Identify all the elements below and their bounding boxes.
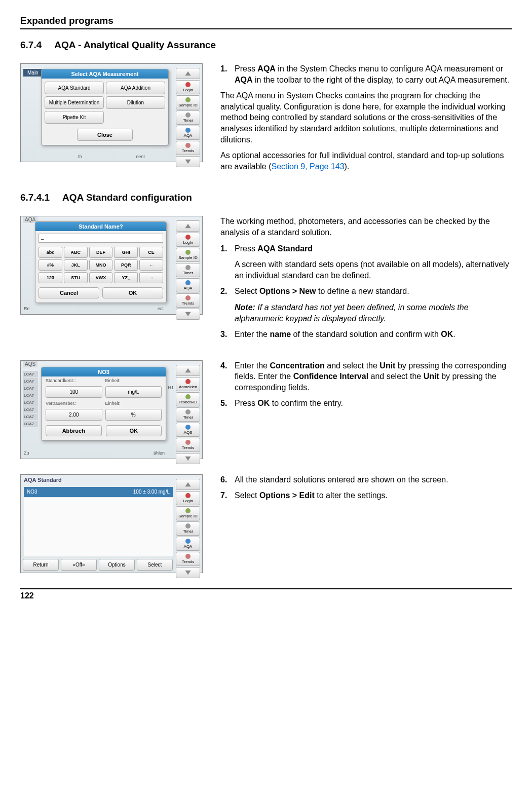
timer-icon <box>185 112 191 118</box>
timer-button[interactable]: Timer <box>176 110 200 125</box>
trends-button[interactable]: Trends <box>176 293 200 308</box>
cross-reference-link[interactable]: Section 9, Page 143 <box>272 162 345 171</box>
scroll-down-icon[interactable] <box>176 309 200 320</box>
list-item[interactable]: LCA7 <box>23 413 38 420</box>
trends-button[interactable]: Trends <box>176 438 200 452</box>
standard-name-dialog: Standard Name? _ abc ABC DEF GHI CE #% J… <box>35 221 167 303</box>
ok-button[interactable]: OK <box>102 287 163 298</box>
aqs-icon <box>185 425 191 430</box>
key-pqr[interactable]: PQR <box>114 259 138 271</box>
list-item[interactable]: LCA7 <box>23 421 38 427</box>
dialog-title: NO3 <box>42 367 166 376</box>
sample-id-button[interactable]: Sample ID <box>176 248 200 262</box>
list-item[interactable]: LCA7 <box>23 406 38 413</box>
key-jkl[interactable]: JKL <box>64 259 88 271</box>
trends-icon <box>185 295 191 300</box>
login-icon <box>185 82 191 87</box>
select-button[interactable]: Select <box>137 559 173 571</box>
no3-dialog: NO3 Standardkonz.: Einheit: 100 mg/L Ver… <box>41 367 166 441</box>
key-abc[interactable]: ABC <box>64 247 88 258</box>
key-yz[interactable]: YZ_ <box>114 272 138 283</box>
unit-field[interactable]: mg/L <box>105 386 162 398</box>
key-forward[interactable]: → <box>139 272 163 283</box>
scroll-down-icon[interactable] <box>176 156 200 167</box>
step-text: All the standard solutions entered are s… <box>235 474 512 485</box>
step-number: 3. <box>220 329 235 340</box>
options-button[interactable]: Options <box>99 559 135 571</box>
trends-button[interactable]: Trends <box>176 141 200 155</box>
concentration-field[interactable]: 100 <box>46 386 102 398</box>
screenshot-no3-config: AQS LCA7 LCA7 LCA7 LCA7 LCA7 LCA7 LCA7 L… <box>20 360 203 459</box>
paragraph: As optional accessories for full individ… <box>220 150 512 172</box>
confidence-field[interactable]: 2.00 <box>46 409 102 421</box>
aqa-button[interactable]: AQA <box>176 537 200 551</box>
multiple-determination-button[interactable]: Multiple Determination <box>45 96 104 109</box>
sample-id-button[interactable]: Sample ID <box>176 506 200 520</box>
sample-id-button[interactable]: Proben-ID <box>176 392 200 406</box>
aqa-addition-button[interactable]: AQA Addition <box>106 82 165 94</box>
aqs-button[interactable]: AQS <box>176 423 200 437</box>
cancel-button[interactable]: Abbruch <box>46 425 102 436</box>
section-number: 6.7.4 <box>20 40 42 51</box>
scroll-up-icon[interactable] <box>176 68 200 79</box>
step-number: 7. <box>220 490 235 501</box>
key-ghi[interactable]: GHI <box>114 247 138 258</box>
aqa-standard-button[interactable]: AQA Standard <box>45 82 104 94</box>
aqa-button[interactable]: AQA <box>176 278 200 292</box>
name-input[interactable]: _ <box>39 234 163 243</box>
step-text: Press AQA in the System Checks menu to c… <box>235 63 512 85</box>
intro-paragraph: The working method, photometers, and acc… <box>220 216 512 238</box>
scroll-down-icon[interactable] <box>176 453 200 464</box>
timer-button[interactable]: Timer <box>176 407 200 422</box>
return-button[interactable]: Return <box>23 559 59 571</box>
subsection-title: AQA Standard configuration <box>62 192 192 203</box>
screenshot-aqa-standard-list: AQA Standard NO3 100 ± 3.00 mg/L Return … <box>20 474 203 573</box>
key-123[interactable]: 123 <box>39 272 62 283</box>
trends-button[interactable]: Trends <box>176 552 200 566</box>
key-mno[interactable]: MNO <box>89 259 113 271</box>
scroll-up-icon[interactable] <box>176 479 200 490</box>
timer-button[interactable]: Timer <box>176 521 200 536</box>
key-ce[interactable]: CE <box>139 247 163 258</box>
login-button[interactable]: Login <box>176 80 200 94</box>
list-item[interactable]: LCA7 <box>23 371 38 378</box>
key-vwx[interactable]: VWX <box>89 272 113 283</box>
aqa-icon <box>185 280 191 285</box>
login-button[interactable]: Login <box>176 491 200 505</box>
scroll-up-icon[interactable] <box>176 220 200 232</box>
list-item[interactable]: LCA7 <box>23 399 38 406</box>
sample-id-button[interactable]: Sample ID <box>176 95 200 109</box>
step-text: Select Options > New to define a new sta… <box>235 286 512 297</box>
scroll-up-icon[interactable] <box>176 365 200 376</box>
timer-button[interactable]: Timer <box>176 263 200 277</box>
cancel-button[interactable]: Cancel <box>39 287 99 298</box>
list-item[interactable]: LCA7 <box>23 392 38 399</box>
standard-value: 100 ± 3.00 mg/L <box>133 489 170 495</box>
screenshot-aqa-menu: Main Select AQA Measurement AQA Standard… <box>20 63 203 162</box>
login-button[interactable]: Anmelden <box>176 377 200 391</box>
step-number: 6. <box>220 474 235 485</box>
key-symbols[interactable]: #% <box>39 259 62 271</box>
sample-id-icon <box>185 508 191 513</box>
paragraph: The AQA menu in System Checks contains t… <box>220 90 512 145</box>
key-def[interactable]: DEF <box>89 247 113 258</box>
list-item[interactable]: LCA7 <box>23 385 38 392</box>
scroll-down-icon[interactable] <box>176 567 200 578</box>
key-stu[interactable]: STU <box>64 272 88 283</box>
pipette-kit-button[interactable]: Pipette Kit <box>45 111 104 124</box>
off-button[interactable]: «Off» <box>61 559 97 571</box>
dialog-title: Standard Name? <box>35 222 166 231</box>
step-number: 1. <box>220 243 235 254</box>
key-backspace[interactable]: ← <box>139 259 163 271</box>
key-abc-lower[interactable]: abc <box>39 247 62 258</box>
step-text: Enter the Concentration and select the U… <box>235 360 512 393</box>
selected-standard-row[interactable]: NO3 100 ± 3.00 mg/L <box>24 487 173 497</box>
dilution-button[interactable]: Dilution <box>106 96 165 109</box>
close-button[interactable]: Close <box>77 129 133 141</box>
aqa-button[interactable]: AQA <box>176 126 200 140</box>
login-button[interactable]: Login <box>176 233 200 247</box>
ok-button[interactable]: OK <box>106 425 162 436</box>
subsection-number: 6.7.4.1 <box>20 192 50 203</box>
list-item[interactable]: LCA7 <box>23 378 38 385</box>
unit-field-2[interactable]: % <box>105 409 162 421</box>
